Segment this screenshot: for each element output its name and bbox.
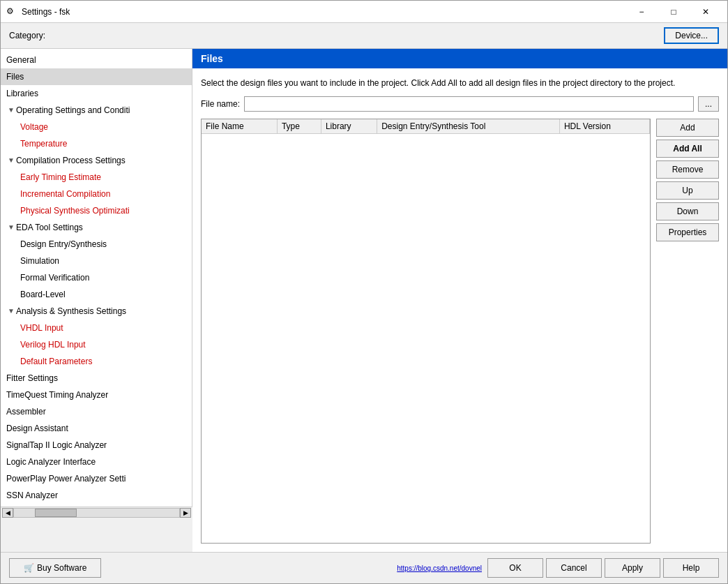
- sidebar-item-assembler[interactable]: Assembler: [1, 403, 192, 420]
- sidebar-label-design-assistant: Design Assistant: [6, 421, 68, 435]
- buy-software-button[interactable]: 🛒 Buy Software: [9, 558, 101, 578]
- down-button[interactable]: Down: [656, 202, 719, 220]
- add-all-button[interactable]: Add All: [656, 140, 719, 158]
- expand-icon-operating-settings: ▼: [6, 103, 16, 117]
- sidebar-item-logic-analyzer[interactable]: Logic Analyzer Interface: [1, 454, 192, 470]
- close-button[interactable]: ✕: [690, 1, 722, 23]
- main-content: GeneralFilesLibraries▼Operating Settings…: [1, 49, 727, 552]
- description-text: Select the design files you want to incl…: [201, 77, 719, 89]
- sidebar-label-analysis-synthesis: Analysis & Synthesis Settings: [16, 304, 126, 318]
- sidebar-label-general: General: [6, 53, 36, 67]
- expand-icon-compilation-process: ▼: [6, 154, 16, 167]
- maximize-button[interactable]: □: [658, 1, 690, 23]
- sidebar-label-incremental-compilation: Incremental Compilation: [20, 187, 110, 201]
- expand-icon-eda-tool-settings: ▼: [6, 220, 16, 234]
- sidebar-item-libraries[interactable]: Libraries: [1, 85, 192, 102]
- help-button[interactable]: Help: [663, 558, 719, 578]
- title-bar: ⚙ Settings - fsk − □ ✕: [1, 1, 727, 23]
- device-button[interactable]: Device...: [664, 27, 719, 44]
- footer-url[interactable]: https://blog.csdn.net/dovnel: [397, 564, 482, 572]
- sidebar-item-operating-settings[interactable]: ▼Operating Settings and Conditi: [1, 102, 192, 119]
- sidebar-label-eda-tool-settings: EDA Tool Settings: [16, 220, 83, 234]
- col-library: Library: [321, 119, 377, 134]
- sidebar-item-incremental-compilation[interactable]: Incremental Compilation: [1, 186, 192, 202]
- scroll-track[interactable]: [13, 508, 180, 518]
- sidebar-label-board-level: Board-Level: [20, 287, 66, 301]
- sidebar-item-design-assistant[interactable]: Design Assistant: [1, 420, 192, 437]
- footer-action-buttons: OK Cancel Apply Help: [487, 558, 719, 578]
- sidebar-item-early-timing[interactable]: Early Timing Estimate: [1, 169, 192, 186]
- category-bar: Category: Device...: [1, 23, 727, 49]
- ok-button[interactable]: OK: [487, 558, 543, 578]
- sidebar-item-ssn-analyzer[interactable]: SSN Analyzer: [1, 487, 192, 504]
- sidebar-item-general[interactable]: General: [1, 52, 192, 68]
- sidebar-label-compilation-process: Compilation Process Settings: [16, 154, 126, 167]
- sidebar-label-physical-synthesis: Physical Synthesis Optimizati: [20, 204, 130, 218]
- sidebar-item-analysis-synthesis[interactable]: ▼Analysis & Synthesis Settings: [1, 303, 192, 320]
- scroll-left-arrow[interactable]: ◀: [2, 508, 13, 518]
- browse-button[interactable]: ...: [698, 96, 719, 112]
- sidebar-item-formal-verification[interactable]: Formal Verification: [1, 269, 192, 286]
- sidebar-label-default-params: Default Parameters: [20, 354, 92, 368]
- sidebar-label-temperature: Temperature: [20, 137, 67, 151]
- remove-button[interactable]: Remove: [656, 160, 719, 179]
- sidebar-item-board-level[interactable]: Board-Level: [1, 286, 192, 303]
- panel-body: Select the design files you want to incl…: [192, 68, 727, 552]
- sidebar-item-signaltap[interactable]: SignalTap II Logic Analyzer: [1, 437, 192, 454]
- sidebar-item-timequest[interactable]: TimeQuest Timing Analyzer: [1, 387, 192, 403]
- sidebar-item-powerplay[interactable]: PowerPlay Power Analyzer Setti: [1, 470, 192, 487]
- col-filename: File Name: [202, 119, 277, 134]
- scroll-right-arrow[interactable]: ▶: [180, 508, 191, 518]
- sidebar-item-eda-tool-settings[interactable]: ▼EDA Tool Settings: [1, 219, 192, 236]
- up-button[interactable]: Up: [656, 181, 719, 200]
- sidebar-item-physical-synthesis[interactable]: Physical Synthesis Optimizati: [1, 202, 192, 219]
- scroll-thumb[interactable]: [35, 509, 77, 517]
- sidebar-label-fitter-settings: Fitter Settings: [6, 371, 58, 385]
- sidebar-container: GeneralFilesLibraries▼Operating Settings…: [1, 49, 192, 552]
- sidebar-label-assembler: Assembler: [6, 405, 46, 419]
- sidebar-label-early-timing: Early Timing Estimate: [20, 170, 101, 184]
- sidebar-label-powerplay: PowerPlay Power Analyzer Setti: [6, 472, 126, 486]
- sidebar-label-formal-verification: Formal Verification: [20, 271, 89, 285]
- app-icon: ⚙: [6, 6, 17, 17]
- window-controls: − □ ✕: [625, 1, 722, 23]
- sidebar-item-default-params[interactable]: Default Parameters: [1, 353, 192, 370]
- sidebar-item-compilation-process[interactable]: ▼Compilation Process Settings: [1, 152, 192, 169]
- file-table-area: File Name Type Library Design Entry/Synt…: [201, 119, 651, 544]
- sidebar-label-operating-settings: Operating Settings and Conditi: [16, 103, 130, 117]
- sidebar-scrollbar[interactable]: ◀ ▶: [1, 507, 192, 518]
- sidebar-label-simulation: Simulation: [20, 254, 59, 268]
- file-input-row: File name: ...: [201, 96, 719, 112]
- panel-title: Files: [201, 53, 223, 64]
- sidebar-label-voltage: Voltage: [20, 120, 48, 134]
- sidebar-label-signaltap: SignalTap II Logic Analyzer: [6, 438, 107, 452]
- sidebar-item-voltage[interactable]: Voltage: [1, 119, 192, 135]
- cancel-button[interactable]: Cancel: [546, 558, 602, 578]
- sidebar-label-timequest: TimeQuest Timing Analyzer: [6, 388, 108, 402]
- sidebar-label-ssn-analyzer: SSN Analyzer: [6, 488, 58, 502]
- sidebar-item-files[interactable]: Files: [1, 68, 192, 85]
- sidebar: GeneralFilesLibraries▼Operating Settings…: [1, 49, 192, 507]
- side-buttons: Add Add All Remove Up Down Properties: [656, 119, 719, 544]
- window-title: Settings - fsk: [22, 7, 625, 17]
- sidebar-item-fitter-settings[interactable]: Fitter Settings: [1, 370, 192, 387]
- sidebar-item-vhdl-input[interactable]: VHDL Input: [1, 320, 192, 336]
- col-hdl-version: HDL Version: [559, 119, 649, 134]
- file-table: File Name Type Library Design Entry/Synt…: [202, 119, 650, 134]
- sidebar-item-temperature[interactable]: Temperature: [1, 135, 192, 152]
- col-type: Type: [277, 119, 321, 134]
- table-with-buttons: File Name Type Library Design Entry/Synt…: [201, 119, 719, 544]
- properties-button[interactable]: Properties: [656, 223, 719, 241]
- sidebar-item-design-entry[interactable]: Design Entry/Synthesis: [1, 236, 192, 253]
- apply-button[interactable]: Apply: [605, 558, 660, 578]
- sidebar-label-logic-analyzer: Logic Analyzer Interface: [6, 455, 96, 469]
- file-name-input[interactable]: [244, 96, 694, 112]
- minimize-button[interactable]: −: [625, 1, 658, 23]
- buy-icon: 🛒: [24, 563, 34, 573]
- panel-header: Files: [192, 49, 727, 68]
- sidebar-item-verilog-input[interactable]: Verilog HDL Input: [1, 336, 192, 353]
- sidebar-item-simulation[interactable]: Simulation: [1, 253, 192, 269]
- add-button[interactable]: Add: [656, 119, 719, 137]
- file-name-label: File name:: [201, 99, 240, 109]
- sidebar-label-files: Files: [6, 70, 24, 84]
